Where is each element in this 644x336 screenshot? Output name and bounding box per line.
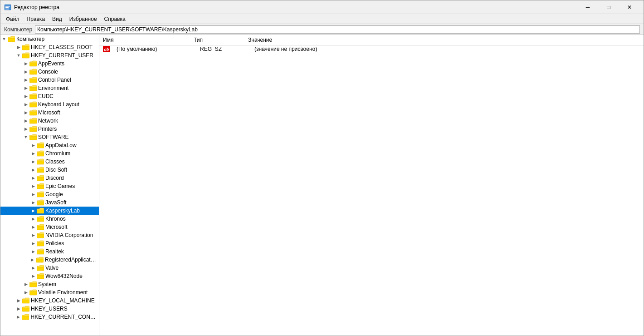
tree-row-realtek[interactable]: Realtek	[0, 247, 99, 256]
toggle-appdatalow[interactable]	[29, 142, 37, 149]
tree-row-printers[interactable]: Printers	[0, 125, 99, 133]
tree-row-environment[interactable]: Environment	[0, 84, 99, 92]
maximize-button[interactable]: □	[598, 0, 619, 14]
tree-row-kasperskylab[interactable]: KasperskyLab	[0, 207, 99, 215]
toggle-khronos[interactable]	[29, 215, 37, 222]
toggle-kasperskylab[interactable]	[29, 207, 37, 214]
tree-row-microsoft-hkcu[interactable]: Microsoft	[0, 109, 99, 117]
toggle-computer[interactable]	[0, 35, 8, 43]
toggle-eudc[interactable]	[22, 93, 29, 100]
toggle-epic-games[interactable]	[29, 183, 37, 190]
tree-panel[interactable]: Компьютер HKEY_CLASSES_ROOT	[0, 35, 99, 336]
minimize-button[interactable]: ─	[577, 0, 598, 14]
folder-icon-eudc	[29, 93, 37, 99]
tree-row-hkey-current-user[interactable]: HKEY_CURRENT_USER	[0, 51, 99, 59]
tree-row-disc-soft[interactable]: Disc Soft	[0, 166, 99, 174]
tree-row-computer[interactable]: Компьютер	[0, 35, 99, 43]
col-header-value: Значение	[244, 36, 644, 44]
tree-row-valve[interactable]: Valve	[0, 264, 99, 272]
tree-row-system[interactable]: System	[0, 280, 99, 288]
appdatalow-label: AppDataLow	[45, 142, 77, 148]
hkey-current-user-label: HKEY_CURRENT_USER	[31, 52, 93, 59]
menu-favorites[interactable]: Избранное	[66, 15, 101, 23]
toggle-hkey-local-machine[interactable]	[15, 297, 22, 304]
toggle-network[interactable]	[22, 117, 29, 124]
folder-icon-realtek	[37, 248, 44, 255]
toggle-hkey-users[interactable]	[15, 305, 22, 312]
toggle-javasoft[interactable]	[29, 199, 37, 206]
tree-row-volatile-env[interactable]: Volatile Environment	[0, 288, 99, 296]
tree-row-microsoft-sw[interactable]: Microsoft	[0, 223, 99, 231]
folder-icon-valve	[37, 265, 44, 271]
toggle-wow6432node[interactable]	[29, 272, 37, 280]
tree-row-console[interactable]: Console	[0, 68, 99, 76]
chromium-label: Chromium	[45, 150, 70, 157]
toggle-classes[interactable]	[29, 158, 37, 165]
tree-row-keyboard-layout[interactable]: Keyboard Layout	[0, 100, 99, 109]
tree-row-nvidia[interactable]: NVIDIA Corporation	[0, 231, 99, 239]
toggle-keyboard-layout[interactable]	[22, 101, 29, 108]
tree-row-hkey-classes-root[interactable]: HKEY_CLASSES_ROOT	[0, 43, 99, 51]
tree-row-epic-games[interactable]: Epic Games	[0, 182, 99, 190]
registry-entry-default[interactable]: ab (По умолчанию) REG_SZ (значение не пр…	[99, 45, 644, 53]
keyboard-layout-label: Keyboard Layout	[38, 101, 79, 108]
tree-row-control-panel[interactable]: Control Panel	[0, 76, 99, 84]
tree-row-registered-apps[interactable]: RegisteredApplications	[0, 256, 99, 264]
tree-row-hkey-current-config[interactable]: HKEY_CURRENT_CONFIG	[0, 313, 99, 321]
registry-editor-window: Редактор реестра ─ □ ✕ Файл Правка Вид И…	[0, 0, 644, 336]
toggle-policies[interactable]	[29, 240, 37, 247]
tree-row-javasoft[interactable]: JavaSoft	[0, 198, 99, 207]
tree-row-google[interactable]: Google	[0, 190, 99, 198]
tree-row-chromium[interactable]: Chromium	[0, 149, 99, 158]
toggle-discord[interactable]	[29, 174, 37, 182]
toggle-hkey-current-user[interactable]	[15, 52, 22, 59]
menu-file[interactable]: Файл	[2, 15, 23, 23]
address-input[interactable]	[35, 25, 640, 34]
toggle-disc-soft[interactable]	[29, 166, 37, 173]
console-label: Console	[38, 69, 58, 75]
toggle-realtek[interactable]	[29, 248, 37, 255]
toggle-nvidia[interactable]	[29, 232, 37, 239]
tree-row-software[interactable]: SOFTWARE	[0, 133, 99, 141]
hkey-users-label: HKEY_USERS	[31, 306, 68, 312]
eudc-label: EUDC	[38, 93, 54, 99]
menu-help[interactable]: Справка	[101, 15, 129, 23]
toggle-control-panel[interactable]	[22, 76, 29, 84]
toggle-environment[interactable]	[22, 84, 29, 92]
toggle-printers[interactable]	[22, 125, 29, 133]
folder-icon-hkey-local-machine	[22, 297, 29, 304]
toggle-registered-apps[interactable]	[29, 256, 36, 263]
toggle-microsoft-hkcu[interactable]	[22, 109, 29, 116]
toggle-valve[interactable]	[29, 264, 37, 272]
toggle-software[interactable]	[22, 133, 29, 141]
col-header-name: Имя	[99, 36, 190, 44]
tree-row-eudc[interactable]: EUDC	[0, 92, 99, 100]
toggle-google[interactable]	[29, 191, 37, 198]
menu-view[interactable]: Вид	[49, 15, 66, 23]
tree-row-discord[interactable]: Discord	[0, 174, 99, 182]
folder-icon-google	[37, 191, 44, 198]
tree-row-appevents[interactable]: AppEvents	[0, 59, 99, 68]
toggle-console[interactable]	[22, 68, 29, 75]
tree-row-policies[interactable]: Policies	[0, 239, 99, 247]
tree-row-hkey-users[interactable]: HKEY_USERS	[0, 305, 99, 313]
toggle-hkey-classes-root[interactable]	[15, 44, 22, 51]
menu-edit[interactable]: Правка	[23, 15, 49, 23]
tree-row-classes[interactable]: Classes	[0, 158, 99, 166]
toggle-hkey-current-config[interactable]	[15, 313, 22, 321]
tree-row-network[interactable]: Network	[0, 117, 99, 125]
folder-icon-environment	[29, 85, 37, 91]
tree-row-khronos[interactable]: Khronos	[0, 215, 99, 223]
tree-row-hkey-local-machine[interactable]: HKEY_LOCAL_MACHINE	[0, 296, 99, 305]
column-headers: Имя Тип Значение	[99, 35, 644, 45]
tree-row-appdatalow[interactable]: AppDataLow	[0, 141, 99, 149]
javasoft-label: JavaSoft	[45, 199, 67, 206]
folder-icon-volatile-env	[29, 289, 37, 296]
toggle-volatile-env[interactable]	[22, 289, 29, 296]
toggle-system[interactable]	[22, 281, 29, 288]
toggle-appevents[interactable]	[22, 60, 29, 67]
toggle-chromium[interactable]	[29, 150, 37, 157]
close-button[interactable]: ✕	[619, 0, 640, 14]
toggle-microsoft-sw[interactable]	[29, 223, 37, 231]
tree-row-wow6432node[interactable]: Wow6432Node	[0, 272, 99, 280]
